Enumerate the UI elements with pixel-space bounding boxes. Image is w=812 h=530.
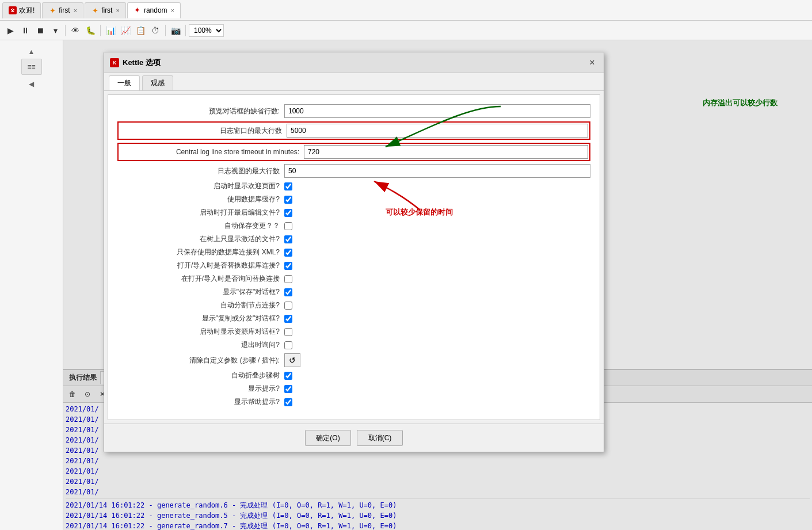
label-max-log-lines: 日志窗口的最大行数 <box>120 126 287 136</box>
field-ask-on-exit: 退出时询问? <box>117 340 590 350</box>
label-show-repo-dialog: 启动时显示资源库对话框? <box>117 327 284 337</box>
dialog-body: 预览对话框的缺省行数: 日志窗口的最大行数 Central log line s… <box>108 94 600 420</box>
tab-random[interactable]: ✦ random × <box>127 2 181 18</box>
scroll-up-arrow[interactable]: ▲ <box>27 47 36 56</box>
label-ask-on-exit: 退出时询问? <box>117 340 284 350</box>
ok-button[interactable]: 确定(O) <box>305 430 351 446</box>
snapshot-button[interactable]: 📷 <box>169 24 182 37</box>
field-ask-db-open: 在打开/导入时是否询问替换连接 <box>117 274 590 284</box>
timing-button[interactable]: ⏱ <box>148 24 162 37</box>
dropdown-btn[interactable]: ▾ <box>48 24 62 37</box>
field-log-timeout: Central log line store timeout in minute… <box>120 145 588 159</box>
preview-button[interactable]: 👁 <box>68 24 82 37</box>
label-show-welcome: 启动时显示欢迎页面? <box>117 181 284 191</box>
checkbox-show-active-only[interactable] <box>284 235 292 243</box>
welcome-icon: ※ <box>9 6 17 14</box>
checkbox-show-welcome[interactable] <box>284 182 292 190</box>
label-show-tips: 显示提示? <box>117 384 284 394</box>
label-auto-collapse: 自动折叠步骤树 <box>117 371 284 380</box>
checkbox-open-last-file[interactable] <box>284 209 292 217</box>
tab-welcome-label: 欢迎! <box>19 6 35 16</box>
debug-button[interactable]: 🐛 <box>83 24 97 37</box>
field-show-repo-dialog: 启动时显示资源库对话框? <box>117 327 590 337</box>
tab-first1[interactable]: ✦ first × <box>42 2 83 18</box>
field-clear-params: 清除自定义参数 (步骤 / 插件): ↺ <box>117 353 590 367</box>
input-log-timeout[interactable] <box>304 145 588 159</box>
tab-appearance-label: 观感 <box>151 79 165 87</box>
checkbox-save-db-xml[interactable] <box>284 249 292 257</box>
modal-overlay: K Kettle 选项 × 一般 观感 预览对话框的缺省行数: <box>63 40 812 530</box>
field-log-timeout-wrapper: Central log line store timeout in minute… <box>117 143 590 161</box>
log-button[interactable]: 📋 <box>134 24 147 37</box>
dialog-footer: 确定(O) 取消(C) <box>104 424 604 452</box>
field-auto-collapse: 自动折叠步骤树 <box>117 371 590 380</box>
checkbox-auto-save[interactable] <box>284 222 292 230</box>
tab-random-label: random <box>144 6 167 14</box>
input-preview-rows[interactable] <box>284 104 590 118</box>
cancel-button[interactable]: 取消(C) <box>357 430 403 446</box>
dialog-title: K Kettle 选项 <box>110 58 161 68</box>
dialog-title-bar: K Kettle 选项 × <box>104 52 604 73</box>
label-save-db-xml: 只保存使用的数据库连接到 XML? <box>117 247 284 257</box>
toolbar: ▶ ⏸ ⏹ ▾ 👁 🐛 📊 📈 📋 ⏱ 📷 100% 50% 75% 150% … <box>0 21 812 40</box>
pause-button[interactable]: ⏸ <box>18 24 32 37</box>
left-sidebar: ▲ ≡≡ ◀ <box>0 40 63 530</box>
run-button[interactable]: ▶ <box>3 24 17 37</box>
label-use-db-cache: 使用数据库缓存? <box>117 195 284 204</box>
checkbox-use-db-cache[interactable] <box>284 196 292 204</box>
dialog-tab-appearance[interactable]: 观感 <box>142 75 173 90</box>
zoom-select[interactable]: 100% 50% 75% 150% 200% <box>189 24 224 37</box>
kettle-options-dialog: K Kettle 选项 × 一般 观感 预览对话框的缺省行数: <box>104 52 604 452</box>
tab-first2-label: first <box>101 6 112 14</box>
spoon-icon-2: ✦ <box>91 6 99 14</box>
sep2 <box>100 25 101 36</box>
field-auto-split: 自动分割节点连接? <box>117 300 590 310</box>
scroll-left-arrow[interactable]: ◀ <box>27 79 36 89</box>
tab-general-label: 一般 <box>117 79 131 87</box>
checkbox-ask-db-open[interactable] <box>284 275 292 283</box>
label-ask-db-open: 在打开/导入时是否询问替换连接 <box>117 274 284 284</box>
field-show-copy-dialog: 显示"复制或分发"对话框? <box>117 314 590 323</box>
checkbox-show-help-tips[interactable] <box>284 398 292 406</box>
label-auto-split: 自动分割节点连接? <box>117 300 284 310</box>
step-metrics-button[interactable]: 📊 <box>104 24 117 37</box>
label-log-timeout: Central log line store timeout in minute… <box>120 148 304 156</box>
label-preview-rows: 预览对话框的缺省行数: <box>117 106 284 116</box>
sidebar-btn-1[interactable]: ≡≡ <box>21 59 42 75</box>
label-auto-save: 自动保存变更？？ <box>117 221 284 231</box>
checkbox-ask-on-exit[interactable] <box>284 341 292 349</box>
tab-first1-close[interactable]: × <box>74 7 77 14</box>
dialog-close-button[interactable]: × <box>586 57 598 68</box>
field-save-db-xml: 只保存使用的数据库连接到 XML? <box>117 247 590 257</box>
input-max-log-view[interactable] <box>284 164 590 178</box>
refresh-params-button[interactable]: ↺ <box>284 353 300 367</box>
sep4 <box>185 25 186 36</box>
tab-first2[interactable]: ✦ first × <box>85 2 126 18</box>
input-max-log-lines[interactable] <box>287 124 588 138</box>
checkbox-replace-db-open[interactable] <box>284 262 292 270</box>
field-show-welcome: 启动时显示欢迎页面? <box>117 181 590 191</box>
dialog-tabs: 一般 观感 <box>104 73 604 91</box>
label-show-active-only: 在树上只显示激活的文件? <box>117 234 284 244</box>
checkbox-show-copy-dialog[interactable] <box>284 315 292 323</box>
field-use-db-cache: 使用数据库缓存? <box>117 195 590 204</box>
perf-button[interactable]: 📈 <box>119 24 132 37</box>
sep1 <box>65 25 66 36</box>
checkbox-show-repo-dialog[interactable] <box>284 328 292 336</box>
field-max-log-lines: 日志窗口的最大行数 <box>120 124 588 138</box>
stop-button[interactable]: ⏹ <box>33 24 47 37</box>
dialog-tab-general[interactable]: 一般 <box>109 75 140 90</box>
tab-bar: ※ 欢迎! ✦ first × ✦ first × ✦ random × <box>0 0 812 21</box>
tab-random-close[interactable]: × <box>171 7 174 14</box>
tab-first2-close[interactable]: × <box>116 7 119 14</box>
checkbox-auto-collapse[interactable] <box>284 372 292 380</box>
checkbox-auto-split[interactable] <box>284 302 292 310</box>
field-auto-save: 自动保存变更？？ <box>117 221 590 231</box>
label-max-log-view: 日志视图的最大行数 <box>117 166 284 176</box>
checkbox-show-save-dialog[interactable] <box>284 288 292 296</box>
sep3 <box>165 25 166 36</box>
checkbox-show-tips[interactable] <box>284 385 292 393</box>
tab-welcome[interactable]: ※ 欢迎! <box>2 2 41 18</box>
label-open-last-file: 启动时打开最后编辑文件? <box>117 208 284 218</box>
label-clear-params: 清除自定义参数 (步骤 / 插件): <box>117 356 284 365</box>
